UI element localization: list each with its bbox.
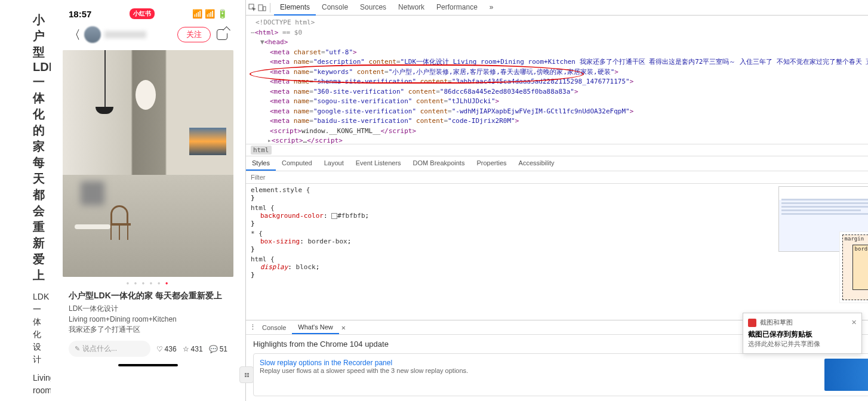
toast-title: 截图已保存到剪贴板: [748, 329, 857, 340]
tab-computed[interactable]: Computed: [276, 156, 318, 171]
tab-styles[interactable]: Styles: [246, 156, 276, 171]
toast-subtitle: 选择此处标记并共享图像: [748, 340, 857, 348]
styles-filter-bar: :hov .cls + ❐ ▭: [246, 171, 868, 184]
post-line: LDK一体化设计: [69, 304, 227, 314]
dom-breadcrumb[interactable]: html: [246, 144, 868, 156]
dom-tree[interactable]: <!DOCTYPE html> ⋯<html> == $0 ▼<head> <m…: [246, 16, 868, 144]
post-title: 小户型LDK一体化的家 每天都会重新爱上: [69, 291, 227, 301]
toast-close-icon[interactable]: ✕: [851, 319, 857, 326]
author-avatar[interactable]: [84, 26, 101, 43]
tab-performance[interactable]: Performance: [430, 0, 484, 16]
qr-widget[interactable]: [239, 366, 254, 383]
follow-button[interactable]: 关注: [177, 27, 211, 42]
device-toggle-icon[interactable]: [258, 4, 266, 12]
signal-icon: 📶: [192, 9, 202, 18]
screenshot-toast[interactable]: 截图和草图✕ 截图已保存到剪贴板 选择此处标记并共享图像: [743, 313, 862, 354]
app-badge: 小红书: [130, 8, 155, 19]
wifi-icon: 📶: [205, 9, 215, 18]
styles-filter-input[interactable]: [246, 171, 868, 183]
drawer-close-icon[interactable]: ✕: [341, 323, 346, 332]
like-stat[interactable]: ♡436: [156, 345, 177, 353]
devtools-toolbar: Elements Console Sources Network Perform…: [246, 0, 868, 16]
carousel-dots[interactable]: ● ● ● ● ● ●: [63, 280, 233, 286]
whatsnew-link[interactable]: Slow replay options in the Recorder pane…: [260, 359, 817, 367]
whatsnew-graphic: [824, 359, 868, 391]
star-stat[interactable]: ☆431: [183, 345, 203, 353]
tab-sources[interactable]: Sources: [354, 0, 392, 16]
comment-icon: 💬: [209, 345, 218, 353]
home-indicator: [118, 364, 178, 366]
phone-topbar: 〈 关注: [63, 21, 233, 48]
tab-elements[interactable]: Elements: [274, 0, 316, 16]
phone-preview: 18:57 小红书 📶 📶 🔋 〈 关注: [51, 0, 245, 401]
post-image[interactable]: [63, 50, 233, 277]
styles-tabs: Styles Computed Layout Event Listeners D…: [246, 156, 868, 171]
tab-properties[interactable]: Properties: [470, 156, 512, 171]
whatsnew-card[interactable]: Slow replay options in the Recorder pane…: [253, 353, 868, 396]
snip-icon: [748, 319, 756, 327]
box-model[interactable]: margin borde: [839, 232, 868, 303]
devtools-panel: Elements Console Sources Network Perform…: [245, 0, 868, 401]
star-icon: ☆: [183, 345, 189, 353]
tab-more[interactable]: »: [484, 0, 500, 16]
article-panel: 小户型LDK一体化的家 每天都会重新爱上 LDK一体化设计 Living roo…: [0, 0, 51, 401]
drawer-tab-whatsnew[interactable]: What's New: [292, 321, 338, 334]
styles-body[interactable]: element.style {} html {common.styl:4 bac…: [246, 184, 868, 320]
post-line: 我家还多了个打通干区: [69, 325, 227, 335]
inspect-icon[interactable]: [248, 4, 257, 12]
comment-input[interactable]: ✎说点什么...: [69, 341, 150, 357]
status-icons: 📶 📶 🔋: [192, 9, 227, 18]
tab-network[interactable]: Network: [392, 0, 430, 16]
status-time: 18:57: [69, 9, 91, 19]
share-icon[interactable]: [217, 29, 227, 40]
tab-layout[interactable]: Layout: [318, 156, 350, 171]
phone-statusbar: 18:57 小红书 📶 📶 🔋: [63, 6, 233, 21]
drawer-menu-icon[interactable]: ⋮: [250, 323, 256, 331]
svg-rect-1: [258, 5, 263, 11]
tab-dom-breakpoints[interactable]: DOM Breakpoints: [407, 156, 471, 171]
heart-icon: ♡: [156, 345, 163, 353]
phone-bottombar: ✎说点什么... ♡436 ☆431 💬51: [63, 336, 233, 362]
tab-listeners[interactable]: Event Listeners: [350, 156, 407, 171]
comment-stat[interactable]: 💬51: [209, 345, 227, 353]
drawer-tab-console[interactable]: Console: [256, 322, 292, 334]
author-name-redacted: [104, 31, 146, 38]
pencil-icon: ✎: [75, 345, 80, 353]
battery-icon: 🔋: [217, 9, 227, 18]
post-line: Living room+Dining room+Kitchen: [69, 315, 227, 323]
tab-accessibility[interactable]: Accessibility: [513, 156, 561, 171]
back-icon[interactable]: 〈: [69, 27, 81, 43]
svg-rect-2: [263, 7, 266, 11]
whatsnew-desc: Replay user flows at a slower speed with…: [260, 367, 817, 374]
tab-console[interactable]: Console: [316, 0, 354, 16]
